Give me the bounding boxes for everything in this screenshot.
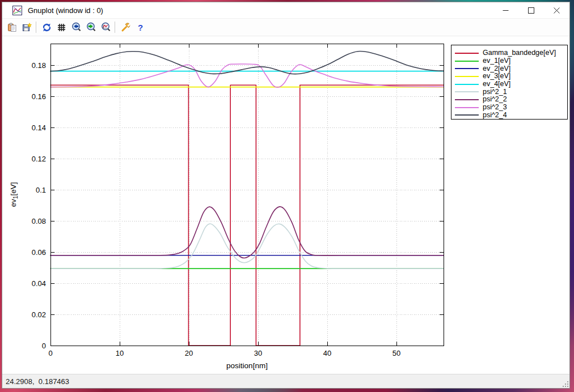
legend-line-sample (455, 114, 479, 116)
titlebar[interactable]: Gnuplot (window id : 0) (2, 2, 569, 18)
svg-text:0.14: 0.14 (32, 123, 46, 132)
legend-item: psi^2_1 (455, 88, 565, 96)
minimize-button[interactable] (493, 2, 518, 18)
legend-label: psi^2_2 (483, 96, 507, 103)
legend-label: psi^2_1 (483, 88, 507, 96)
minimize-icon (503, 7, 509, 14)
wrench-options-icon (121, 23, 130, 32)
legend-label: psi^2_3 (483, 104, 507, 111)
svg-text:40: 40 (323, 349, 331, 357)
svg-text:20: 20 (185, 349, 193, 357)
svg-text:0.1: 0.1 (36, 186, 46, 194)
svg-text:0.06: 0.06 (32, 248, 46, 257)
legend-item: ev_3[eV] (455, 73, 565, 80)
gnuplot-window: Gnuplot (window id : 0) (2, 2, 570, 389)
legend-item: psi^2_4 (455, 112, 565, 120)
help-icon: ? (136, 23, 145, 32)
zoom-region-button[interactable] (99, 21, 112, 34)
legend-item: ev_2[eV] (455, 65, 565, 73)
legend-item: psi^2_3 (455, 104, 565, 112)
caption-buttons (493, 2, 569, 18)
toggle-grid-button[interactable] (55, 21, 68, 34)
copy-to-clipboard-button[interactable] (6, 21, 19, 34)
toolbar-separator (115, 22, 115, 33)
plot-area[interactable]: 0102030405000.020.040.060.080.10.120.140… (2, 36, 569, 374)
toolbar: ? (2, 18, 569, 36)
zoom-region-icon (101, 22, 111, 32)
legend-label: ev_1[eV] (483, 57, 510, 65)
legend-line-sample (455, 99, 479, 100)
svg-text:0.08: 0.08 (32, 217, 46, 225)
legend-line-sample (455, 84, 479, 85)
resize-grip[interactable] (562, 380, 568, 387)
zoom-next-icon (86, 22, 96, 32)
close-button[interactable] (544, 2, 569, 18)
svg-text:0.18: 0.18 (32, 61, 46, 70)
svg-text:10: 10 (116, 349, 124, 357)
refresh-replot-icon (42, 23, 52, 32)
svg-text:0: 0 (42, 342, 46, 350)
legend-line-sample (455, 61, 479, 62)
legend-line-sample (455, 68, 479, 69)
save-icon (22, 23, 32, 32)
toolbar-separator (36, 22, 36, 33)
legend-line-sample (455, 76, 479, 77)
legend-line-sample (455, 91, 479, 92)
svg-text:0.12: 0.12 (32, 155, 46, 163)
maximize-button[interactable] (518, 2, 544, 18)
grid-icon (57, 23, 66, 32)
svg-text:30: 30 (254, 349, 262, 357)
legend-line-sample (455, 53, 479, 54)
legend: Gamma_bandedge[eV]ev_1[eV]ev_2[eV]ev_3[e… (451, 45, 568, 120)
svg-text:position[nm]: position[nm] (226, 361, 268, 370)
svg-text:0.02: 0.02 (32, 310, 46, 319)
legend-item: ev_1[eV] (455, 57, 565, 65)
legend-label: ev_4[eV] (483, 80, 510, 88)
clipboard-copy-icon (7, 23, 17, 32)
maximize-icon (528, 7, 534, 14)
svg-text:0.04: 0.04 (32, 279, 46, 288)
close-icon (554, 7, 560, 14)
zoom-previous-button[interactable] (70, 21, 83, 34)
legend-label: ev_2[eV] (483, 65, 510, 73)
svg-text:ev1[eV]: ev1[eV] (9, 182, 19, 207)
svg-text:50: 50 (392, 349, 400, 357)
legend-item: ev_4[eV] (455, 80, 565, 88)
help-button[interactable]: ? (134, 21, 147, 34)
replot-button[interactable] (40, 21, 53, 34)
legend-item: psi^2_2 (455, 96, 565, 104)
window-title: Gnuplot (window id : 0) (28, 6, 103, 15)
save-button[interactable] (20, 21, 33, 34)
legend-label: ev_3[eV] (483, 73, 510, 80)
gnuplot-app-icon (12, 6, 22, 15)
options-button[interactable] (119, 21, 132, 34)
zoom-previous-icon (71, 22, 82, 32)
legend-item: Gamma_bandedge[eV] (455, 49, 565, 57)
zoom-next-button[interactable] (85, 21, 98, 34)
svg-text:?: ? (138, 23, 143, 32)
statusbar: 24.2908, 0.187463 (2, 374, 569, 388)
svg-text:0: 0 (48, 349, 52, 357)
legend-label: psi^2_4 (483, 112, 507, 119)
legend-line-sample (455, 107, 479, 108)
legend-label: Gamma_bandedge[eV] (483, 49, 556, 57)
svg-text:0.16: 0.16 (32, 92, 46, 101)
cursor-coordinates: 24.2908, 0.187463 (6, 377, 69, 386)
